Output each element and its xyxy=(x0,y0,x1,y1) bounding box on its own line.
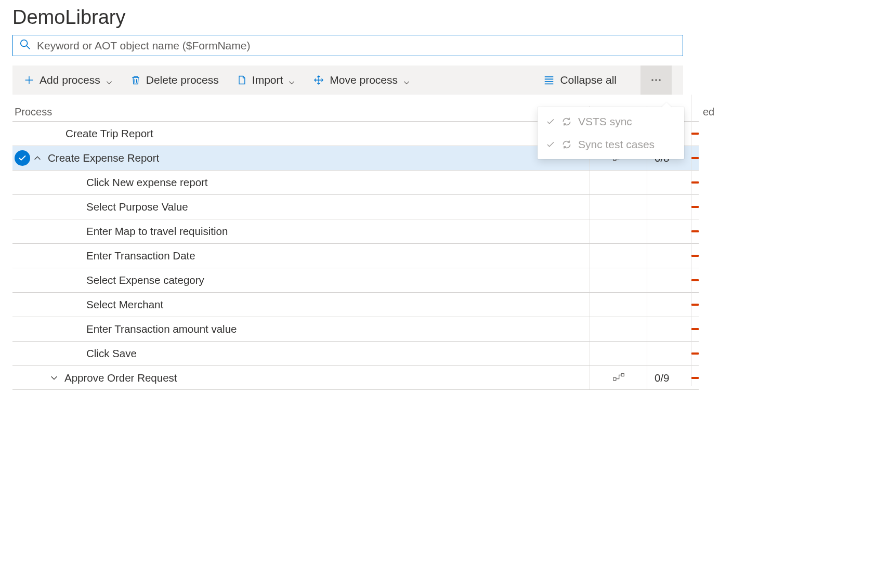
chevron-down-icon xyxy=(288,76,295,84)
flow-icon[interactable] xyxy=(613,372,624,384)
col2-partial-label: ed xyxy=(703,106,714,118)
search-input[interactable] xyxy=(36,39,676,53)
more-button[interactable] xyxy=(640,66,672,95)
move-process-button[interactable]: Move process xyxy=(313,74,410,86)
delete-process-button[interactable]: Delete process xyxy=(130,74,219,86)
svg-point-3 xyxy=(655,79,657,81)
toolbar: Add process Delete process Import xyxy=(12,66,683,95)
right-pane: ed xyxy=(691,95,722,386)
trash-icon xyxy=(130,74,141,86)
process-label: Click Save xyxy=(86,347,137,360)
delete-process-label: Delete process xyxy=(146,74,219,86)
process-label: Select Expense category xyxy=(86,274,204,286)
table-row[interactable]: Click New expense report xyxy=(12,170,699,194)
svg-rect-8 xyxy=(621,373,624,376)
process-label: Create Trip Report xyxy=(66,127,153,140)
sync-test-cases-label: Sync test cases xyxy=(578,138,655,151)
process-label: Approve Order Request xyxy=(64,372,177,384)
add-process-button[interactable]: Add process xyxy=(24,74,113,86)
process-label: Enter Map to travel requisition xyxy=(86,225,228,238)
svg-point-4 xyxy=(659,79,661,81)
table-row[interactable]: Select Purpose Value xyxy=(12,194,699,219)
collapse-all-label: Collapse all xyxy=(560,74,617,86)
process-label: Enter Transaction amount value xyxy=(86,323,237,335)
svg-point-2 xyxy=(651,79,653,81)
table-row[interactable]: Enter Transaction amount value xyxy=(12,317,699,341)
list-icon xyxy=(543,74,555,86)
process-label: Enter Transaction Date xyxy=(86,250,195,262)
process-label: Click New expense report xyxy=(86,176,208,189)
sync-test-cases-item[interactable]: Sync test cases xyxy=(538,133,684,156)
search-icon xyxy=(19,38,31,53)
expander-icon[interactable] xyxy=(33,154,44,162)
vsts-sync-label: VSTS sync xyxy=(578,115,632,128)
svg-point-0 xyxy=(21,40,28,47)
more-dropdown: VSTS sync Sync test cases xyxy=(538,107,684,159)
table-row[interactable]: Enter Map to travel requisition xyxy=(12,219,699,243)
col-process-header[interactable]: Process xyxy=(14,106,590,118)
table-row[interactable]: Select Expense category xyxy=(12,268,699,292)
svg-line-1 xyxy=(27,46,30,49)
move-process-label: Move process xyxy=(330,74,398,86)
search-field[interactable] xyxy=(12,35,683,56)
table-row[interactable]: Enter Transaction Date xyxy=(12,243,699,268)
plus-icon xyxy=(24,75,34,85)
vsts-sync-item[interactable]: VSTS sync xyxy=(538,110,684,133)
move-icon xyxy=(313,74,324,86)
table-row[interactable]: Approve Order Request0/9 xyxy=(12,365,699,390)
process-label: Select Merchant xyxy=(86,298,163,311)
collapse-all-button[interactable]: Collapse all xyxy=(543,74,617,86)
chevron-down-icon xyxy=(106,76,113,84)
table-row[interactable]: Click Save xyxy=(12,341,699,365)
process-label: Create Expense Report xyxy=(48,152,159,164)
add-process-label: Add process xyxy=(40,74,100,86)
table-row[interactable]: Select Merchant xyxy=(12,292,699,317)
import-button[interactable]: Import xyxy=(237,74,296,86)
process-label: Select Purpose Value xyxy=(86,201,188,213)
import-label: Import xyxy=(252,74,283,86)
selected-check-icon xyxy=(15,150,30,166)
chevron-down-icon xyxy=(403,76,410,84)
expander-icon[interactable] xyxy=(50,374,60,382)
count-label: 0/9 xyxy=(655,372,670,384)
import-icon xyxy=(237,74,247,86)
svg-rect-7 xyxy=(613,377,616,380)
page-title: DemoLibrary xyxy=(12,6,686,29)
